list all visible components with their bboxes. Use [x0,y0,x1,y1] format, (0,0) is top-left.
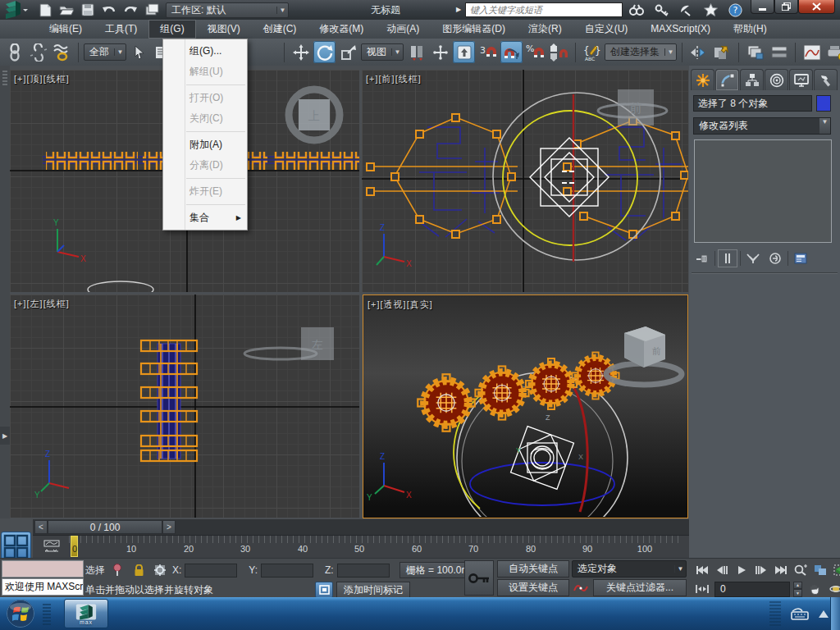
align-icon[interactable] [711,41,733,63]
input-method-keyboard-icon[interactable] [791,608,809,620]
go-to-start-button[interactable] [693,562,711,578]
menu-maxscript[interactable]: MAXScript(X) [639,20,722,39]
ribbon-toggle-icon[interactable] [768,41,790,63]
make-unique-button[interactable] [743,249,763,267]
frame-spinner[interactable]: ▲▼ [793,582,802,597]
menu-item-group[interactable]: 组(G)... [163,41,247,62]
selection-status-field[interactable]: 选择了 8 个对象 [693,95,812,112]
minimize-button[interactable] [751,0,774,14]
menu-tools[interactable]: 工具(T) [94,20,148,39]
menu-customize[interactable]: 自定义(U) [573,20,640,39]
maximize-button[interactable] [774,0,798,14]
key-icon[interactable] [652,2,670,18]
unlink-icon[interactable] [27,41,49,63]
select-and-scale-icon[interactable] [337,41,359,63]
menu-group[interactable]: 组(G) [148,20,195,39]
key-mode-toggle[interactable] [693,581,711,597]
reference-coord-dropdown[interactable]: 视图 ▼ [361,43,404,61]
keyboard-override-toggle[interactable] [453,41,475,63]
tab-hierarchy[interactable] [740,69,764,90]
x-coordinate-input[interactable] [185,564,237,578]
menu-graph-editors[interactable]: 图形编辑器(D) [431,20,517,39]
menu-animation[interactable]: 动画(A) [375,20,431,39]
use-pivot-center-icon[interactable] [405,41,427,63]
angle-snap-toggle[interactable] [500,41,523,63]
show-end-result-button[interactable] [718,249,737,267]
select-and-rotate-icon[interactable] [313,41,336,63]
maxscript-listener-line[interactable]: 欢迎使用 MAXScr [2,578,84,596]
snap-3d-toggle[interactable]: 3 [477,41,499,63]
spinner-snap-toggle[interactable] [548,41,570,63]
curve-editor-icon[interactable] [801,41,823,63]
auto-key-button[interactable]: 自动关键点 [497,560,569,578]
viewport-front[interactable]: 前 Z X [+][前][线框] [362,70,688,292]
undo-button[interactable] [100,2,118,18]
absolute-mode-icon[interactable] [151,562,169,578]
viewport-perspective-label[interactable]: [+][透视][真实] [368,299,433,311]
menu-create[interactable]: 创建(C) [252,20,308,39]
tab-utilities[interactable] [814,69,838,90]
object-color-swatch[interactable] [816,95,831,112]
mirror-icon[interactable] [687,41,710,63]
viewport-perspective[interactable]: Z Y X 前 Z X Y [+][透视][真实] [363,294,688,518]
viewport-front-label[interactable]: [+][前][线框] [366,73,422,85]
select-object-icon[interactable] [128,41,150,63]
star-icon[interactable] [701,2,719,18]
expand-strip-button[interactable]: ▶ [0,427,10,445]
bind-to-spacewarp-icon[interactable] [51,41,73,63]
selection-lock-pin-icon[interactable] [108,562,126,578]
orbit-icon[interactable] [827,581,840,597]
set-key-button[interactable]: 设置关键点 [497,579,569,596]
menu-rendering[interactable]: 渲染(R) [517,20,573,39]
taskbar-3dsmax-button[interactable]: max [64,599,108,628]
layer-manager-icon[interactable] [744,41,766,63]
previous-frame-button[interactable] [713,562,731,578]
save-button[interactable] [79,2,97,18]
show-hidden-icons-arrow[interactable] [819,610,829,618]
remove-modifier-button[interactable] [765,249,785,267]
key-curve-icon[interactable] [572,579,590,596]
zoom-mode-icon[interactable] [792,562,810,578]
next-frame-button[interactable] [752,562,770,578]
menu-edit[interactable]: 编辑(E) [38,20,94,39]
selection-filter-dropdown[interactable]: 全部 ▼ [84,43,126,61]
z-coordinate-input[interactable] [337,564,390,578]
set-key-big-button[interactable] [464,560,494,596]
pin-stack-button[interactable] [692,249,712,267]
viewport-left-label[interactable]: [+][左][线框] [14,298,70,310]
prev-frame-arrow[interactable]: < [34,520,48,534]
modifier-list-dropdown[interactable]: 修改器列表 ▼ [693,117,831,135]
satellite-icon[interactable] [677,2,695,18]
menu-modifiers[interactable]: 修改器(M) [308,20,375,39]
next-frame-arrow[interactable]: > [162,520,176,534]
play-button[interactable] [733,562,751,578]
tab-motion[interactable] [765,69,788,90]
menu-item-attach[interactable]: 附加(A) [163,135,247,155]
zoom-all-icon[interactable] [811,562,829,578]
time-slider-value[interactable]: 0 / 100 [48,520,162,534]
render-setup-icon[interactable] [824,41,840,63]
tab-modify[interactable] [715,69,739,90]
key-filters-button[interactable]: 关键点过滤器... [593,579,687,596]
new-file-button[interactable] [36,2,54,18]
current-frame-input[interactable]: 0 [714,582,790,597]
search-arrow-icon[interactable]: ▶ [456,6,461,13]
select-and-manipulate-icon[interactable] [429,41,451,63]
redo-button[interactable] [121,2,139,18]
go-to-end-button[interactable] [772,562,790,578]
start-button[interactable] [5,599,36,628]
percent-snap-toggle[interactable]: % [524,41,546,63]
isolate-toggle-icon[interactable] [315,582,333,598]
modifier-stack-list[interactable] [694,139,832,243]
zoom-extents-icon[interactable] [831,562,840,578]
help-icon[interactable]: ? [726,2,744,18]
named-selection-set-dropdown[interactable]: 创建选择集 ▼ [605,43,677,61]
configure-modifier-sets-button[interactable] [791,249,810,267]
open-file-button[interactable] [57,2,75,18]
track-bar[interactable]: 0 10 20 30 40 50 60 70 80 90 100 [33,535,689,558]
tab-display[interactable] [789,69,813,90]
viewport-left[interactable]: 左 Z Y [+][左][线框] [10,294,359,518]
search-input[interactable] [465,2,623,17]
pan-hand-icon[interactable] [806,581,824,597]
workspace-dropdown[interactable]: 工作区: 默认 ▼ [166,2,289,18]
